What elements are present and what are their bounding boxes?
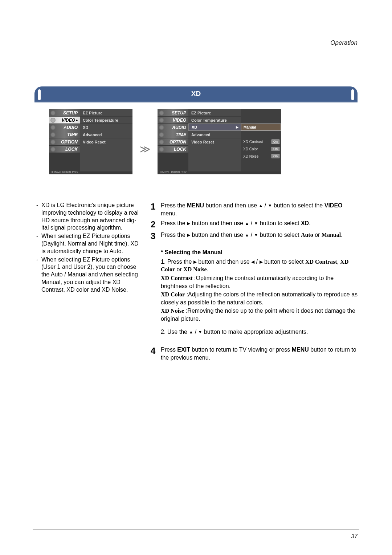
osd2-item-ez-picture: EZ Picture [188,109,241,116]
osd2-param-xd-noise: XD Noise On [241,153,281,160]
up-icon: ▲ [258,203,263,208]
osd2-mode-manual: Manual [241,123,281,131]
osd1-menu: EZ Picture Color Temperature XD Advanced… [80,109,132,171]
osd2-item-video-reset: Video Reset [188,138,241,145]
osd-panel-left: SETUP VIDEO▸ AUDIO TIME OPTION LOCK EZ P… [49,109,132,174]
right-icon: ▶ [260,259,263,265]
osd2-tabs: SETUP VIDEO AUDIO TIME OPTION LOCK [158,109,188,171]
chevron-right-icon: ▶ [236,125,238,129]
title-text: XD [191,90,201,98]
osd1-tabs: SETUP VIDEO▸ AUDIO TIME OPTION LOCK [49,109,80,171]
osd-tab-audio: AUDIO [158,123,188,131]
header-divider [33,48,359,48]
page-number: 37 [351,533,358,540]
osd-tab-video: VIDEO▸ [49,116,80,123]
down-icon: ▼ [254,220,258,226]
sub-block-title: * Selecting the Manual [161,248,359,256]
step-1: 1 Press the MENU button and then use ▲ /… [151,202,359,217]
osd-panel-right: SETUP VIDEO AUDIO TIME OPTION LOCK EZ Pi… [158,109,281,174]
osd1-footer: ⊕Move MENUPrev [51,170,78,174]
transition-arrow-icon: ≫ [140,143,150,155]
right-icon: ▶ [187,220,190,226]
up-icon: ▲ [189,329,193,335]
osd1-item-advanced: Advanced [80,131,132,138]
osd2-param-xd-color: XD Color On [241,145,281,153]
osd-tab-option: OPTION [158,138,188,145]
up-icon: ▲ [245,220,249,226]
osd-tab-video: VIDEO [158,116,188,123]
osd1-item-ez-picture: EZ Picture [80,109,132,116]
steps-column: 1 Press the MENU button and then use ▲ /… [151,202,359,364]
footer-divider [33,529,359,530]
body-columns: -XD is LG Electronic's unique picture im… [36,202,359,364]
title-bar: XD [34,86,358,102]
step-number: 4 [151,346,161,355]
osd2-item-xd: XD▶ [188,123,241,131]
step-2: 2 Press the ▶ button and then use ▲ / ▼ … [151,219,359,229]
osd1-item-video-reset: Video Reset [80,138,132,145]
osd-preview-row: SETUP VIDEO▸ AUDIO TIME OPTION LOCK EZ P… [49,109,356,174]
osd-tab-time: TIME [158,131,188,138]
osd-tab-setup: SETUP [158,109,188,116]
osd2-footer: ⊕Move MENUPrev [160,170,187,174]
osd2-menu: EZ Picture Color Temperature XD▶ Advance… [188,109,241,171]
osd2-item-color-temperature: Color Temperature [188,116,241,123]
step-3: 3 Press the ▶ button and then use ▲ / ▼ … [151,231,359,240]
osd1-item-xd: XD [80,123,132,131]
note-item: -XD is LG Electronic's unique picture im… [36,202,140,232]
step-4: 4 Press EXIT button to return to TV view… [151,346,359,361]
up-icon: ▲ [245,232,249,238]
notes-column: -XD is LG Electronic's unique picture im… [36,202,140,364]
note-item: -When selecting EZ Picture options (Dayl… [36,232,140,255]
step-number: 2 [151,219,161,229]
osd-tab-time: TIME [49,131,80,138]
osd-tab-audio: AUDIO [49,123,80,131]
left-icon: ◀ [251,259,254,265]
osd2-submenu: Manual XD Contrast On XD Color On XD Noi… [241,109,281,171]
down-icon: ▼ [254,232,258,238]
osd-tab-lock: LOCK [158,145,188,153]
osd2-item-advanced: Advanced [188,131,241,138]
osd2-param-xd-contrast: XD Contrast On [241,138,281,145]
right-icon: ▶ [193,259,197,265]
step-number: 1 [151,202,161,211]
note-item: -When selecting EZ Picture options (User… [36,256,140,294]
title-underline [34,101,358,102]
right-icon: ▶ [187,232,190,238]
osd-tab-lock: LOCK [49,145,80,153]
step-number: 3 [151,231,161,240]
manual-page: Operation XD SETUP VIDEO▸ AUDIO TIME OPT… [0,0,392,555]
header-section-label: Operation [330,39,358,46]
down-icon: ▼ [268,203,272,208]
osd1-item-color-temperature: Color Temperature [80,116,132,123]
down-icon: ▼ [198,329,203,335]
manual-sub-block: * Selecting the Manual 1. Press the ▶ bu… [161,248,359,336]
osd-tab-setup: SETUP [49,109,80,116]
osd-tab-option: OPTION [49,138,80,145]
